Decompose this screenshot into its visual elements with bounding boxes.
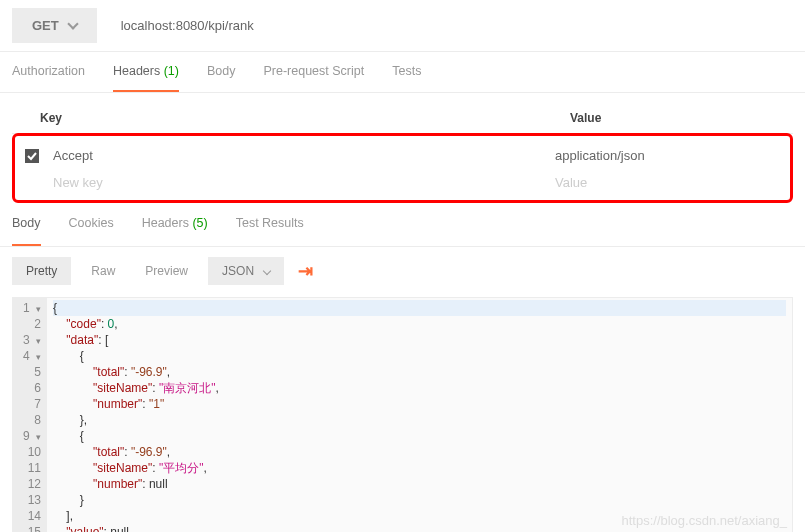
new-value-placeholder[interactable]: Value [555, 175, 780, 190]
response-code: { "code": 0, "data": [ { "total": "-96.9… [47, 298, 792, 532]
check-icon [27, 151, 37, 161]
column-header-key: Key [40, 111, 570, 125]
tab-response-testresults[interactable]: Test Results [236, 216, 304, 246]
tab-response-headers[interactable]: Headers (5) [142, 216, 208, 246]
tab-response-body[interactable]: Body [12, 216, 41, 246]
tab-headers[interactable]: Headers (1) [113, 64, 179, 92]
headers-table: Key Value Accept application/json New ke… [0, 93, 805, 203]
response-tabs: Body Cookies Headers (5) Test Results [0, 202, 805, 247]
preview-button[interactable]: Preview [135, 257, 198, 285]
column-header-value: Value [570, 111, 793, 125]
header-value-cell[interactable]: application/json [555, 148, 780, 163]
raw-button[interactable]: Raw [81, 257, 125, 285]
chevron-down-icon [263, 267, 271, 275]
tab-authorization[interactable]: Authorization [12, 64, 85, 92]
watermark: https://blog.csdn.net/axiang_ [621, 513, 787, 528]
tab-response-cookies[interactable]: Cookies [69, 216, 114, 246]
tab-tests[interactable]: Tests [392, 64, 421, 92]
new-key-placeholder[interactable]: New key [53, 175, 555, 190]
response-body-viewer[interactable]: 1 ▾ 2 3 ▾ 4 ▾ 5 6 7 8 9 ▾ 10 11 12 13 14… [12, 297, 793, 532]
header-key-cell[interactable]: Accept [53, 148, 555, 163]
highlighted-region: Accept application/json New key Value [12, 133, 793, 203]
http-method-select[interactable]: GET [12, 8, 97, 43]
tab-body[interactable]: Body [207, 64, 236, 92]
headers-count-badge: (1) [164, 64, 179, 78]
http-method-label: GET [32, 18, 59, 33]
wrap-lines-icon[interactable]: ⇥ [294, 260, 317, 282]
table-row[interactable]: Accept application/json [25, 142, 780, 169]
table-row-new[interactable]: New key Value [25, 169, 780, 196]
tab-prerequest[interactable]: Pre-request Script [263, 64, 364, 92]
url-input[interactable] [107, 8, 793, 43]
row-checkbox[interactable] [25, 149, 39, 163]
format-select[interactable]: JSON [208, 257, 284, 285]
request-tabs: Authorization Headers (1) Body Pre-reque… [0, 52, 805, 93]
pretty-button[interactable]: Pretty [12, 257, 71, 285]
response-headers-count-badge: (5) [192, 216, 207, 230]
line-gutter: 1 ▾ 2 3 ▾ 4 ▾ 5 6 7 8 9 ▾ 10 11 12 13 14… [13, 298, 47, 532]
body-toolbar: Pretty Raw Preview JSON ⇥ [0, 247, 805, 295]
chevron-down-icon [67, 18, 78, 29]
